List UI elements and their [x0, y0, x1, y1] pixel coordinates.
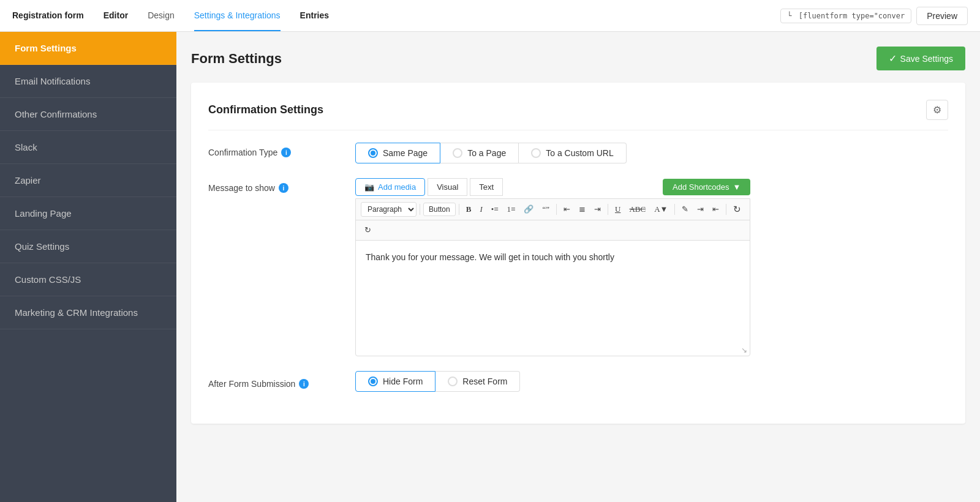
confirmation-type-options: Same Page To a Page To a Custom URL: [355, 143, 948, 163]
after-submission-options: Hide Form Reset Form: [355, 371, 520, 392]
undo-button[interactable]: ↻: [729, 201, 745, 217]
indent-button[interactable]: ⇥: [693, 202, 707, 217]
divider-6: [726, 204, 726, 215]
save-btn-label: Save Settings: [900, 54, 953, 64]
confirmation-type-label: Confirmation Type i: [208, 143, 343, 157]
add-shortcodes-button[interactable]: Add Shortcodes ▼: [663, 179, 750, 195]
underline-button[interactable]: U: [611, 202, 624, 217]
resize-handle: ↘: [356, 345, 750, 356]
message-row-inner: Message to show i 📷 Add media Visual: [208, 178, 750, 356]
nav-design[interactable]: Design: [148, 1, 175, 31]
button-format-btn[interactable]: Button: [423, 203, 456, 216]
align-right-button[interactable]: ⇥: [590, 202, 605, 217]
divider-5: [674, 204, 675, 215]
divider-3: [556, 204, 557, 215]
sidebar-item-custom-css-js[interactable]: Custom CSS/JS: [0, 263, 176, 296]
confirmation-type-info-icon[interactable]: i: [281, 148, 291, 157]
confirmation-settings-card: Confirmation Settings ⚙ Confirmation Typ…: [191, 83, 965, 424]
radio-label-to-a-page: To a Page: [467, 148, 506, 158]
text-tab-button[interactable]: Text: [470, 178, 503, 196]
radio-label-reset-form: Reset Form: [462, 376, 507, 386]
card-title: Confirmation Settings: [208, 103, 323, 116]
main-layout: Form Settings Email Notifications Other …: [0, 32, 980, 502]
confirmation-type-row: Confirmation Type i Same Page To a Page …: [208, 143, 948, 163]
shortcode-text: [fluentform type="conver: [799, 12, 905, 20]
top-nav-right: └ [fluentform type="conver Preview: [780, 7, 968, 25]
link-button[interactable]: 🔗: [520, 202, 537, 217]
check-icon: ✓: [889, 53, 897, 64]
radio-label-hide-form: Hide Form: [383, 376, 423, 386]
message-to-show-label: Message to show i: [208, 178, 343, 193]
radio-dot-same-page: [368, 148, 378, 158]
sidebar-item-landing-page[interactable]: Landing Page: [0, 197, 176, 230]
page-title: Form Settings: [191, 51, 282, 67]
media-icon: 📷: [364, 182, 374, 192]
editor-content-area[interactable]: Thank you for your message. We will get …: [356, 241, 750, 345]
after-submission-info-icon[interactable]: i: [299, 379, 309, 389]
align-left-button[interactable]: ⇤: [560, 202, 574, 217]
text-color-button[interactable]: A▼: [650, 202, 671, 217]
sidebar-item-other-confirmations[interactable]: Other Confirmations: [0, 98, 176, 131]
ordered-list-button[interactable]: 1≡: [503, 202, 519, 217]
blockquote-button[interactable]: “”: [538, 202, 553, 217]
radio-to-a-page[interactable]: To a Page: [440, 143, 519, 163]
radio-dot-to-custom-url: [531, 148, 541, 158]
radio-same-page[interactable]: Same Page: [355, 143, 440, 163]
nav-entries[interactable]: Entries: [300, 1, 329, 31]
gear-icon: ⚙: [933, 105, 941, 115]
clear-format-button[interactable]: ✎: [678, 202, 692, 217]
main-content: Form Settings ✓ Save Settings Confirmati…: [176, 32, 980, 502]
divider-1: [420, 204, 420, 215]
divider-4: [608, 204, 608, 215]
preview-button[interactable]: Preview: [916, 7, 968, 25]
italic-button[interactable]: I: [476, 202, 486, 217]
editor-action-bar: ↻: [356, 220, 750, 241]
redo-button[interactable]: ↻: [361, 223, 375, 238]
top-navigation: Registration form Editor Design Settings…: [0, 0, 980, 32]
outdent-button[interactable]: ⇤: [709, 202, 723, 217]
format-bar: Paragraph Heading 1 Heading 2 Heading 3 …: [356, 199, 750, 220]
editor-top-toolbar: 📷 Add media Visual Text Add Shortcodes ▼: [355, 178, 750, 196]
after-form-submission-row: After Form Submission i Hide Form Reset …: [208, 371, 948, 392]
radio-dot-hide-form: [368, 376, 378, 386]
message-to-show-row: Message to show i 📷 Add media Visual: [208, 178, 948, 356]
nav-editor[interactable]: Editor: [104, 1, 128, 31]
radio-to-custom-url[interactable]: To a Custom URL: [519, 143, 626, 163]
sidebar-item-email-notifications[interactable]: Email Notifications: [0, 65, 176, 98]
nav-settings-integrations[interactable]: Settings & Integrations: [194, 1, 281, 31]
nav-registration-form[interactable]: Registration form: [12, 1, 84, 31]
gear-button[interactable]: ⚙: [926, 100, 948, 120]
radio-dot-to-a-page: [453, 148, 462, 158]
after-form-submission-label: After Form Submission i: [208, 374, 343, 389]
page-header: Form Settings ✓ Save Settings: [191, 47, 965, 70]
save-settings-button[interactable]: ✓ Save Settings: [876, 47, 965, 70]
radio-hide-form[interactable]: Hide Form: [355, 371, 435, 392]
chevron-down-icon: ▼: [733, 182, 741, 192]
sidebar-item-quiz-settings[interactable]: Quiz Settings: [0, 230, 176, 263]
divider-2: [459, 204, 459, 215]
radio-reset-form[interactable]: Reset Form: [435, 371, 520, 392]
sidebar-item-form-settings[interactable]: Form Settings: [0, 32, 176, 65]
sidebar-item-zapier[interactable]: Zapier: [0, 164, 176, 197]
rich-text-editor[interactable]: Paragraph Heading 1 Heading 2 Heading 3 …: [355, 198, 750, 356]
visual-tab-button[interactable]: Visual: [428, 178, 467, 196]
shortcode-badge: └ [fluentform type="conver: [780, 9, 911, 23]
unordered-list-button[interactable]: •≡: [488, 202, 502, 217]
sidebar-item-slack[interactable]: Slack: [0, 131, 176, 164]
card-header: Confirmation Settings ⚙: [208, 100, 948, 130]
editor-content-text: Thank you for your message. We will get …: [366, 252, 614, 262]
sidebar-item-marketing-crm[interactable]: Marketing & CRM Integrations: [0, 296, 176, 329]
radio-label-same-page: Same Page: [383, 148, 428, 158]
toolbar-left: 📷 Add media Visual Text: [355, 178, 503, 196]
bold-button[interactable]: B: [462, 202, 475, 217]
paragraph-select[interactable]: Paragraph Heading 1 Heading 2 Heading 3: [361, 202, 417, 217]
strikethrough-button[interactable]: ABC: [625, 202, 649, 217]
sidebar: Form Settings Email Notifications Other …: [0, 32, 176, 502]
message-editor-container: 📷 Add media Visual Text Add Shortcodes ▼: [355, 178, 750, 356]
message-info-icon[interactable]: i: [279, 183, 288, 193]
radio-dot-reset-form: [448, 376, 458, 386]
align-center-button[interactable]: ≣: [575, 202, 589, 217]
shortcode-icon: └: [787, 12, 791, 20]
radio-label-to-custom-url: To a Custom URL: [546, 148, 613, 158]
add-media-button[interactable]: 📷 Add media: [355, 178, 425, 196]
